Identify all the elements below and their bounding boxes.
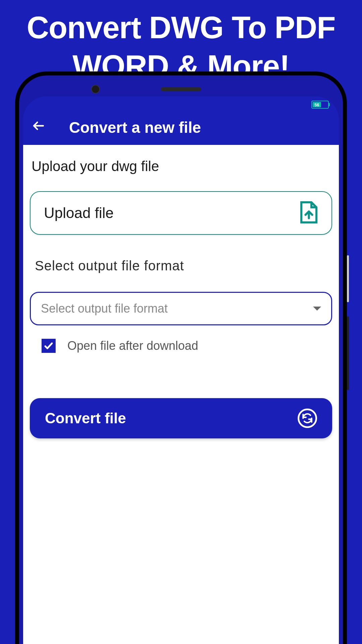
phone-side-button [347,255,349,302]
phone-screen: 56 Convert a new file Upload your dwg fi… [23,96,339,644]
sync-icon [298,409,317,428]
open-after-download-label: Open file after download [67,339,198,353]
format-select-placeholder: Select output file format [41,302,168,316]
upload-button-label: Upload file [44,205,114,221]
app-content: Upload your dwg file Upload file Select … [23,145,339,644]
app-header: Convert a new file [23,110,339,145]
hero-title-line1: Convert DWG To PDF [27,10,336,45]
chevron-down-icon [313,307,321,311]
page-title: Convert a new file [69,118,201,137]
phone-side-button [347,316,349,390]
phone-camera [91,85,100,94]
convert-button-label: Convert file [45,410,126,427]
upload-file-button[interactable]: Upload file [30,191,332,235]
phone-frame: 56 Convert a new file Upload your dwg fi… [15,71,347,644]
battery-level: 56 [313,102,321,107]
status-bar: 56 [23,96,339,110]
phone-inner: 56 Convert a new file Upload your dwg fi… [19,75,343,644]
open-after-download-checkbox[interactable] [42,339,56,353]
upload-file-icon [298,201,318,225]
upload-section-label: Upload your dwg file [30,158,332,174]
phone-speaker [161,87,201,91]
convert-file-button[interactable]: Convert file [30,398,332,438]
format-select[interactable]: Select output file format [30,292,332,325]
open-after-download-row: Open file after download [30,339,332,353]
back-arrow-icon[interactable] [32,119,46,136]
battery-icon: 56 [311,101,329,109]
format-section-label: Select output file format [30,258,332,273]
